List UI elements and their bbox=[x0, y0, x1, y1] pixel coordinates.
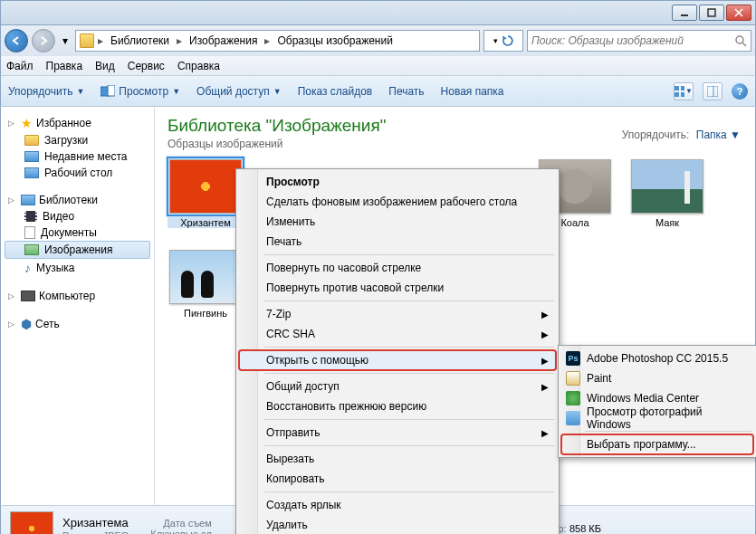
breadcrumb[interactable]: Изображения bbox=[186, 34, 261, 47]
new-folder-button[interactable]: Новая папка bbox=[441, 85, 504, 98]
help-button[interactable]: ? bbox=[732, 83, 748, 100]
breadcrumb[interactable]: Образцы изображений bbox=[273, 34, 396, 47]
menu-view[interactable]: Вид bbox=[95, 60, 115, 72]
chevron-right-icon: ▶ bbox=[541, 356, 549, 366]
context-menu-item[interactable]: Сделать фоновым изображением рабочего ст… bbox=[239, 192, 556, 212]
context-menu-item[interactable]: 7-Zip▶ bbox=[239, 304, 556, 324]
context-menu[interactable]: ПросмотрСделать фоновым изображением раб… bbox=[235, 168, 560, 534]
menu-item-label: Просмотр bbox=[266, 176, 320, 188]
svg-rect-11 bbox=[681, 92, 684, 97]
context-menu-item[interactable]: Восстановить прежнюю версию bbox=[239, 396, 556, 416]
maximize-button[interactable] bbox=[699, 5, 724, 21]
sidebar-item-pictures[interactable]: Изображения bbox=[5, 241, 150, 259]
breadcrumb[interactable]: Библиотеки bbox=[107, 34, 173, 47]
svg-rect-8 bbox=[675, 86, 679, 91]
svg-rect-7 bbox=[108, 85, 115, 96]
thumbnail-label: Маяк bbox=[629, 217, 705, 228]
address-bar[interactable]: ▸ Библиотеки ▸ Изображения ▸ Образцы изо… bbox=[75, 30, 480, 52]
sidebar-item-desktop[interactable]: Рабочий стол bbox=[5, 165, 150, 181]
context-menu-item[interactable]: CRC SHA▶ bbox=[239, 324, 556, 344]
context-menu-item[interactable]: Просмотр bbox=[239, 172, 556, 192]
menu-item-label: Вырезать bbox=[266, 453, 314, 465]
sidebar-item-recent[interactable]: Недавние места bbox=[5, 148, 150, 165]
thumbnail[interactable]: Маяк bbox=[629, 159, 705, 228]
star-icon: ★ bbox=[21, 116, 33, 130]
menu-item-label: CRC SHA bbox=[266, 328, 315, 340]
context-menu-item[interactable]: Изменить bbox=[239, 212, 556, 232]
title-bar bbox=[0, 0, 756, 25]
search-input[interactable] bbox=[531, 34, 731, 47]
sidebar-item-music[interactable]: ♪Музыка bbox=[5, 259, 150, 277]
thumbnail[interactable]: Хризантем bbox=[167, 159, 244, 228]
menu-tools[interactable]: Сервис bbox=[128, 60, 165, 72]
submenu-app-item[interactable]: Просмотр фотографий Windows bbox=[561, 408, 753, 428]
thumbnail-image bbox=[631, 159, 703, 214]
sidebar-libraries[interactable]: ▷Библиотеки bbox=[5, 192, 150, 208]
chevron-right-icon[interactable]: ▸ bbox=[96, 34, 105, 47]
open-with-submenu[interactable]: PsAdobe Photoshop CC 2015.5PaintWindows … bbox=[558, 345, 756, 458]
submenu-app-item[interactable]: Paint bbox=[561, 368, 753, 388]
menu-file[interactable]: Файл bbox=[6, 60, 33, 72]
organize-button[interactable]: Упорядочить▼ bbox=[8, 85, 84, 98]
menu-edit[interactable]: Правка bbox=[46, 60, 83, 72]
history-dropdown[interactable]: ▾ bbox=[59, 31, 72, 51]
sidebar-item-videos[interactable]: Видео bbox=[5, 208, 150, 224]
choose-program-item[interactable]: Выбрать программу... bbox=[561, 434, 753, 454]
context-menu-item[interactable]: Открыть с помощью▶ bbox=[239, 350, 556, 370]
sidebar-network[interactable]: ▷⬢Сеть bbox=[5, 315, 150, 333]
chevron-right-icon: ▶ bbox=[541, 310, 549, 319]
view-mode-button[interactable]: ▼ bbox=[674, 82, 694, 100]
preview-pane-button[interactable] bbox=[703, 82, 723, 100]
film-icon bbox=[24, 211, 37, 222]
chevron-right-icon: ▶ bbox=[541, 329, 549, 339]
context-menu-item[interactable]: Общий доступ▶ bbox=[239, 377, 556, 396]
view-button[interactable]: Просмотр▼ bbox=[100, 85, 180, 98]
sidebar-item-downloads[interactable]: Загрузки bbox=[5, 132, 150, 148]
share-button[interactable]: Общий доступ▼ bbox=[196, 85, 282, 98]
menu-item-label: Удалить bbox=[266, 519, 308, 531]
context-menu-item[interactable]: Вырезать bbox=[239, 449, 556, 469]
app-label: Adobe Photoshop CC 2015.5 bbox=[587, 352, 728, 365]
sort-control[interactable]: Упорядочить: Папка ▼ bbox=[622, 129, 741, 141]
libraries-icon bbox=[21, 195, 35, 205]
context-menu-item[interactable]: Удалить bbox=[239, 515, 556, 534]
minimize-button[interactable] bbox=[672, 5, 697, 21]
sidebar-computer[interactable]: ▷Компьютер bbox=[5, 288, 150, 304]
sidebar-item-documents[interactable]: Документы bbox=[5, 224, 150, 241]
sort-link[interactable]: Папка ▼ bbox=[696, 129, 741, 141]
context-menu-item[interactable]: Повернуть по часовой стрелке bbox=[239, 258, 556, 278]
desktop-icon bbox=[24, 167, 39, 178]
menu-help[interactable]: Справка bbox=[177, 60, 220, 72]
sidebar-favorites[interactable]: ▷★Избранное bbox=[5, 114, 150, 132]
context-menu-item[interactable]: Отправить▶ bbox=[239, 423, 556, 443]
thumbnail[interactable]: Пингвинь bbox=[167, 250, 244, 319]
chevron-right-icon[interactable]: ▸ bbox=[263, 34, 272, 47]
refresh-button[interactable]: ▾ bbox=[483, 30, 523, 52]
network-icon: ⬢ bbox=[21, 317, 32, 331]
chevron-right-icon: ▶ bbox=[541, 428, 549, 438]
app-label: Просмотр фотографий Windows bbox=[587, 405, 744, 431]
menu-item-label: Восстановить прежнюю версию bbox=[266, 400, 426, 413]
back-button[interactable] bbox=[5, 29, 28, 52]
context-menu-item[interactable]: Печать bbox=[239, 232, 556, 252]
menu-item-label: Создать ярлык bbox=[266, 499, 341, 511]
print-button[interactable]: Печать bbox=[388, 85, 424, 98]
folder-icon bbox=[80, 33, 94, 48]
svg-rect-12 bbox=[707, 86, 718, 97]
submenu-app-item[interactable]: PsAdobe Photoshop CC 2015.5 bbox=[561, 348, 753, 368]
slideshow-button[interactable]: Показ слайдов bbox=[298, 85, 373, 98]
chevron-down-icon: ▼ bbox=[172, 87, 180, 96]
svg-rect-9 bbox=[681, 86, 684, 91]
menu-item-label: Изменить bbox=[266, 215, 315, 228]
context-menu-item[interactable]: Повернуть против часовой стрелки bbox=[239, 278, 556, 298]
context-menu-item[interactable]: Создать ярлык bbox=[239, 495, 556, 515]
toolbar: Упорядочить▼ Просмотр▼ Общий доступ▼ Пок… bbox=[0, 76, 756, 107]
close-button[interactable] bbox=[726, 5, 751, 21]
search-box[interactable] bbox=[527, 30, 751, 52]
forward-button[interactable] bbox=[32, 29, 55, 52]
context-menu-item[interactable]: Копировать bbox=[239, 469, 556, 489]
chevron-right-icon[interactable]: ▸ bbox=[175, 34, 184, 47]
chevron-down-icon: ▼ bbox=[76, 87, 84, 96]
thumbnail-label: Хризантем bbox=[167, 217, 244, 228]
app-icon bbox=[566, 391, 580, 405]
